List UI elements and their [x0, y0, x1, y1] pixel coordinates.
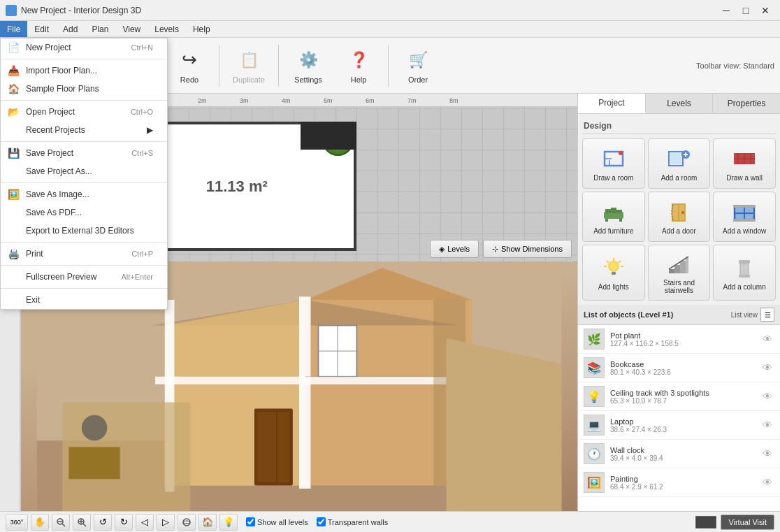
- draw-room-button[interactable]: Draw a room: [582, 138, 645, 189]
- menu-item-print[interactable]: 🖨️ Print Ctrl+P: [1, 245, 167, 263]
- svg-rect-79: [680, 261, 686, 273]
- tab-properties[interactable]: Properties: [713, 94, 780, 113]
- minimize-button[interactable]: ─: [717, 3, 735, 17]
- add-column-icon: [732, 255, 757, 280]
- menu-item-import-floor-plan[interactable]: 📥 Import Floor Plan...: [1, 62, 167, 80]
- menu-item-open-project[interactable]: 📂 Open Project Ctrl+O: [1, 103, 167, 121]
- stairs-label: Stairs and stairwells: [651, 279, 707, 294]
- menu-help[interactable]: Help: [186, 21, 217, 37]
- list-item[interactable]: 🕐 Wall clock 39.4 × 4.0 × 39.4 👁: [578, 440, 780, 468]
- list-item[interactable]: 💻 Laptop 38.6 × 27.4 × 26.3 👁: [578, 411, 780, 440]
- separator-5: [1, 242, 167, 243]
- stairs-button[interactable]: Stairs and stairwells: [648, 245, 711, 301]
- list-item[interactable]: 📚 Bookcase 80.1 × 40.3 × 223.6 👁: [578, 354, 780, 382]
- toolbar-duplicate-button[interactable]: 📋 Duplicate: [225, 41, 273, 90]
- menu-item-exit[interactable]: Exit: [1, 291, 167, 309]
- tab-project[interactable]: Project: [578, 94, 646, 113]
- menu-item-save-project[interactable]: 💾 Save Project Ctrl+S: [1, 144, 167, 162]
- object-eye-ceiling[interactable]: 👁: [760, 389, 774, 403]
- object-eye-painting[interactable]: 👁: [760, 475, 774, 489]
- svg-point-70: [610, 263, 617, 270]
- menu-view[interactable]: View: [115, 21, 147, 37]
- list-view-button[interactable]: ☰: [760, 308, 774, 322]
- transparent-walls-check[interactable]: Transparent walls: [317, 517, 388, 526]
- tab-levels[interactable]: Levels: [646, 94, 714, 113]
- show-all-levels-checkbox[interactable]: [246, 517, 255, 526]
- 360-button[interactable]: 360°: [6, 514, 28, 531]
- show-all-levels-check[interactable]: Show all levels: [246, 517, 308, 526]
- object-eye-plant[interactable]: 👁: [760, 332, 774, 346]
- title-bar: New Project - Interior Design 3D ─ □ ✕: [0, 0, 780, 21]
- object-eye-bookcase[interactable]: 👁: [760, 361, 774, 375]
- svg-text:4m: 4m: [282, 97, 291, 104]
- toolbar-redo-button[interactable]: ↪ Redo: [166, 41, 213, 90]
- svg-rect-82: [739, 275, 750, 278]
- menu-levels[interactable]: Levels: [147, 21, 186, 37]
- levels-button[interactable]: ◈ Levels: [430, 240, 479, 258]
- menu-edit[interactable]: Edit: [27, 21, 56, 37]
- file-dropdown-menu: 📄 New Project Ctrl+N 📥 Import Floor Plan…: [0, 38, 168, 310]
- rotate-cw-button[interactable]: ↻: [115, 514, 133, 531]
- menu-item-save-image[interactable]: 🖼️ Save As Image...: [1, 185, 167, 203]
- transparent-walls-label: Transparent walls: [328, 518, 388, 526]
- close-button[interactable]: ✕: [756, 3, 774, 17]
- menu-file[interactable]: File: [0, 21, 27, 37]
- prev-button[interactable]: ◁: [136, 514, 154, 531]
- object-eye-clock[interactable]: 👁: [760, 447, 774, 461]
- draw-wall-label: Draw a wall: [726, 174, 763, 182]
- add-furniture-icon: [601, 199, 626, 224]
- objects-list[interactable]: 🌿 Pot plant 127.4 × 116.2 × 158.5 👁 📚 Bo…: [578, 325, 780, 511]
- toolbar-order-button[interactable]: 🛒 Order: [394, 41, 442, 90]
- menu-plan[interactable]: Plan: [85, 21, 115, 37]
- object-dims-plant: 127.4 × 116.2 × 158.5: [610, 340, 755, 347]
- design-grid: Draw a room Add a room: [582, 138, 776, 301]
- add-column-button[interactable]: Add a column: [713, 245, 776, 301]
- toolbar-help-button[interactable]: ❓ Help: [335, 41, 382, 90]
- transparent-walls-checkbox[interactable]: [317, 517, 326, 526]
- dimensions-icon: ⊹: [492, 245, 498, 254]
- svg-line-74: [619, 261, 621, 263]
- menu-item-new-project[interactable]: 📄 New Project Ctrl+N: [1, 38, 167, 57]
- menu-add[interactable]: Add: [56, 21, 85, 37]
- show-dimensions-button[interactable]: ⊹ Show Dimensions: [483, 240, 572, 258]
- svg-rect-35: [68, 447, 120, 479]
- light-button[interactable]: 💡: [219, 514, 238, 531]
- menu-item-save-as[interactable]: Save Project As...: [1, 162, 167, 180]
- menu-item-sample-floor-plans[interactable]: 🏠 Sample Floor Plans: [1, 80, 167, 98]
- svg-rect-29: [258, 412, 290, 482]
- home-button[interactable]: 🏠: [198, 514, 217, 531]
- zoom-in-button[interactable]: [73, 514, 91, 531]
- menu-item-save-pdf[interactable]: Save As PDF...: [1, 203, 167, 222]
- object-eye-laptop[interactable]: 👁: [760, 418, 774, 432]
- menu-item-export-3d[interactable]: Export to External 3D Editors: [1, 222, 167, 240]
- add-lights-button[interactable]: Add lights: [582, 245, 645, 301]
- add-window-button[interactable]: Add a window: [713, 192, 776, 242]
- rotate-ccw-button[interactable]: ↺: [94, 514, 112, 531]
- add-furniture-button[interactable]: Add furniture: [582, 192, 645, 242]
- list-item[interactable]: 💡 Ceiling track with 3 spotlights 65.3 ×…: [578, 382, 780, 411]
- toolbar-settings-button[interactable]: ⚙️ Settings: [284, 41, 332, 90]
- menu-item-fullscreen[interactable]: Fullscreen Preview Alt+Enter: [1, 268, 167, 286]
- menu-item-recent-projects[interactable]: Recent Projects ▶: [1, 121, 167, 139]
- pan-button[interactable]: ✋: [31, 514, 49, 531]
- maximize-button[interactable]: □: [737, 3, 755, 17]
- zoom-in-icon: [77, 517, 87, 527]
- pdf-icon: [8, 207, 19, 218]
- add-door-button[interactable]: Add a door: [648, 192, 711, 242]
- help-label: Help: [351, 76, 367, 84]
- orbit-button[interactable]: [178, 514, 196, 531]
- list-item[interactable]: 🖼️ Painting 68.4 × 2.9 × 61.2 👁: [578, 468, 780, 497]
- floor-plan-controls: ◈ Levels ⊹ Show Dimensions: [430, 240, 572, 258]
- window-controls: ─ □ ✕: [717, 3, 774, 17]
- toolbar-view-label: Toolbar view: Standard: [696, 62, 774, 70]
- order-toolbar-icon: 🛒: [405, 48, 431, 73]
- draw-wall-button[interactable]: Draw a wall: [713, 138, 776, 189]
- virtual-visit-button[interactable]: Virtual Visit: [721, 515, 774, 530]
- zoom-out-button[interactable]: [52, 514, 70, 531]
- settings-label: Settings: [294, 76, 322, 84]
- toolbar-sep-3: [278, 45, 279, 87]
- object-name-painting: Painting: [610, 475, 755, 483]
- next-button[interactable]: ▷: [157, 514, 175, 531]
- list-item[interactable]: 🌿 Pot plant 127.4 × 116.2 × 158.5 👁: [578, 325, 780, 354]
- add-room-button[interactable]: Add a room: [648, 138, 711, 189]
